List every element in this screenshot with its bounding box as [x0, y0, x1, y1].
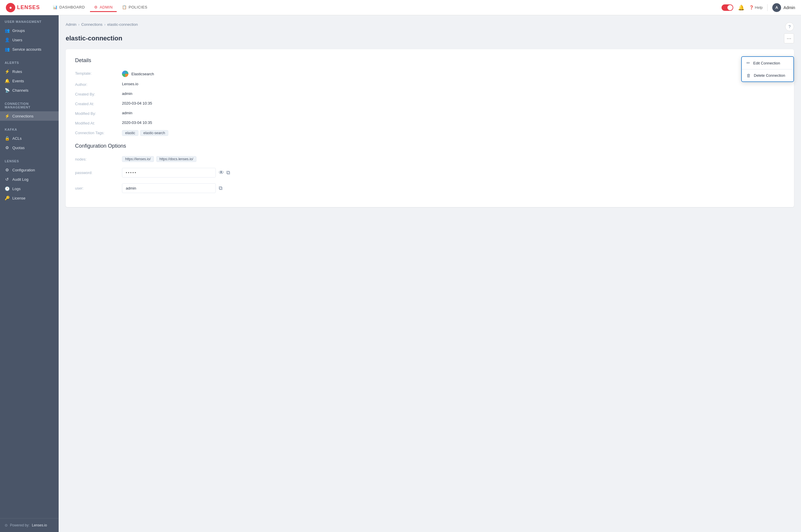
password-input-group: 👁 ⧉: [122, 168, 231, 177]
sidebar-item-connections[interactable]: ⚡ Connections: [0, 111, 59, 121]
power-icon: ⊙: [5, 523, 7, 527]
help-circle-button[interactable]: ?: [785, 22, 794, 31]
password-value-container: 👁 ⧉: [122, 168, 785, 177]
node-1: https://lenses.io/: [122, 156, 154, 162]
tag-elastic-search: elastic-search: [140, 130, 168, 136]
dropdown-menu: ✏ Edit Connection 🗑 Delete Connection: [741, 56, 794, 82]
nav-items: 📊 DASHBOARD ⚙ ADMIN 📋 POLICIES: [49, 3, 722, 12]
tag-elastic: elastic: [122, 130, 139, 136]
sidebar-section-user-management: USER MANAGEMENT 👥 Groups 👤 Users 👥 Servi…: [0, 15, 59, 56]
config-section-title: Configuration Options: [75, 143, 785, 149]
audit-log-icon: ↺: [5, 177, 10, 182]
author-row: Author: Lenses.io: [75, 82, 785, 87]
nodes-row: nodes: https://lenses.io/ https://docs.l…: [75, 156, 785, 162]
sidebar-item-quotas[interactable]: ⚙ Quotas: [0, 143, 59, 152]
modified-by-row: Modified By: admin: [75, 111, 785, 116]
sidebar: USER MANAGEMENT 👥 Groups 👤 Users 👥 Servi…: [0, 15, 59, 532]
rules-icon: ⚡: [5, 69, 10, 74]
logo[interactable]: ● LENSES: [6, 3, 40, 12]
breadcrumb-connections[interactable]: Connections: [81, 22, 102, 27]
created-at-value: 2020-03-04 10:35: [122, 101, 152, 106]
copy-password-button[interactable]: ⧉: [225, 168, 231, 177]
nav-policies[interactable]: 📋 POLICIES: [118, 3, 151, 12]
template-label: Template:: [75, 71, 122, 76]
policies-icon: 📋: [122, 5, 127, 10]
connection-tags-row: Connection Tags: elastic elastic-search: [75, 130, 785, 136]
password-row: password: 👁 ⧉: [75, 168, 785, 177]
sidebar-item-acls[interactable]: 🔒 ACLs: [0, 134, 59, 143]
modified-by-label: Modified By:: [75, 111, 122, 116]
service-accounts-icon: 👥: [5, 47, 10, 52]
sidebar-item-groups[interactable]: 👥 Groups: [0, 26, 59, 35]
layout: USER MANAGEMENT 👥 Groups 👤 Users 👥 Servi…: [0, 0, 801, 532]
sidebar-item-users[interactable]: 👤 Users: [0, 35, 59, 44]
elasticsearch-icon: [122, 71, 128, 77]
top-navigation: ● LENSES 📊 DASHBOARD ⚙ ADMIN 📋 POLICIES …: [0, 0, 801, 15]
created-at-row: Created At: 2020-03-04 10:35: [75, 101, 785, 106]
more-options-button[interactable]: ⋯: [784, 33, 794, 43]
node-2: https://docs.lenses.io/: [156, 156, 197, 162]
dropdown-wrapper: ✏ Edit Connection 🗑 Delete Connection: [741, 56, 794, 82]
user-value-container: ⧉: [122, 184, 785, 193]
modified-by-value: admin: [122, 111, 132, 115]
toggle-thumb: [727, 5, 733, 10]
template-row: Template: Elasticsearch: [75, 71, 785, 77]
copy-user-button[interactable]: ⧉: [218, 184, 224, 192]
nav-admin[interactable]: ⚙ ADMIN: [90, 3, 117, 12]
sidebar-section-kafka: KAFKA 🔒 ACLs ⚙ Quotas: [0, 123, 59, 155]
author-label: Author:: [75, 82, 122, 87]
sidebar-item-license[interactable]: 🔑 License: [0, 193, 59, 203]
user-menu[interactable]: A Admin: [772, 3, 795, 12]
groups-icon: 👥: [5, 28, 10, 33]
admin-icon: ⚙: [94, 5, 98, 10]
password-label: password:: [75, 171, 122, 175]
license-icon: 🔑: [5, 196, 10, 201]
toggle-switch[interactable]: [722, 4, 733, 11]
connections-icon: ⚡: [5, 114, 10, 118]
sidebar-section-connection-management: CONNECTION MANAGEMENT ⚡ Connections: [0, 97, 59, 123]
nav-divider: [767, 4, 768, 11]
created-by-row: Created By: admin: [75, 91, 785, 96]
main-content: Admin › Connections › elastic-connection…: [59, 15, 801, 532]
avatar: A: [772, 3, 781, 12]
nav-right: 🔔 ❓ Help A Admin: [722, 3, 795, 12]
connection-tags-label: Connection Tags:: [75, 130, 122, 135]
sidebar-item-audit-log[interactable]: ↺ Audit Log: [0, 175, 59, 184]
sidebar-item-logs[interactable]: 🕐 Logs: [0, 184, 59, 193]
users-icon: 👤: [5, 38, 10, 42]
sidebar-item-channels[interactable]: 📡 Channels: [0, 86, 59, 95]
breadcrumb-admin[interactable]: Admin: [66, 22, 76, 27]
password-input[interactable]: [122, 168, 216, 177]
help-icon: ❓: [749, 5, 754, 10]
edit-connection-item[interactable]: ✏ Edit Connection: [742, 57, 794, 70]
delete-connection-item[interactable]: 🗑 Delete Connection: [742, 70, 794, 81]
show-password-button[interactable]: 👁: [218, 168, 225, 177]
modified-at-row: Modified At: 2020-03-04 10:35: [75, 120, 785, 126]
user-input-group: ⧉: [122, 184, 224, 193]
tags-container: elastic elastic-search: [122, 130, 168, 136]
page-header: elastic-connection ⋯: [66, 33, 794, 43]
nav-dashboard[interactable]: 📊 DASHBOARD: [49, 3, 89, 12]
sidebar-item-configuration[interactable]: ⚙ Configuration: [0, 165, 59, 175]
footer-link[interactable]: Lenses.io: [32, 523, 47, 527]
created-by-value: admin: [122, 91, 132, 96]
more-options-icon: ⋯: [787, 36, 791, 41]
help-button[interactable]: ❓ Help: [749, 5, 763, 10]
author-value: Lenses.io: [122, 82, 139, 86]
logo-icon: ●: [6, 3, 15, 12]
sidebar-item-service-accounts[interactable]: 👥 Service accounts: [0, 44, 59, 54]
sidebar-section-alerts: ALERTS ⚡ Rules 🔔 Events 📡 Channels: [0, 56, 59, 97]
details-card: Details Template: Elasticsearch Author: …: [66, 49, 794, 207]
delete-icon: 🗑: [746, 73, 751, 78]
configuration-icon: ⚙: [5, 168, 10, 172]
user-row: user: ⧉: [75, 184, 785, 193]
template-value: Elasticsearch: [131, 72, 154, 76]
sidebar-section-lenses: LENSES ⚙ Configuration ↺ Audit Log 🕐 Log…: [0, 155, 59, 205]
created-by-label: Created By:: [75, 91, 122, 96]
sidebar-item-rules[interactable]: ⚡ Rules: [0, 67, 59, 76]
sidebar-item-events[interactable]: 🔔 Events: [0, 76, 59, 86]
nodes-value: https://lenses.io/ https://docs.lenses.i…: [122, 156, 785, 162]
user-input[interactable]: [122, 184, 216, 193]
modified-at-label: Modified At:: [75, 120, 122, 126]
notification-icon[interactable]: 🔔: [738, 4, 744, 11]
